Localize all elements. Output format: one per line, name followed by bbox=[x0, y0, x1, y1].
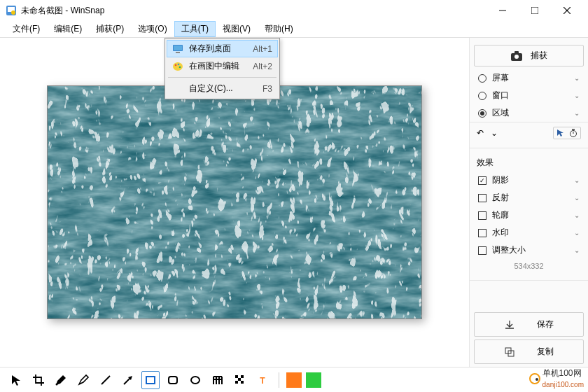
blank-icon bbox=[172, 83, 183, 94]
svg-rect-28 bbox=[146, 377, 155, 384]
effects-title: 效果 bbox=[470, 153, 588, 172]
capture-opt-window[interactable]: 窗口⌄ bbox=[470, 87, 588, 104]
chevron-down-icon: ⌄ bbox=[574, 74, 580, 82]
capture-mini-toolbar: ↶ ⌄ bbox=[470, 122, 588, 144]
tool-blur[interactable] bbox=[209, 371, 227, 389]
chevron-down-icon: ⌄ bbox=[574, 211, 580, 219]
svg-rect-29 bbox=[169, 377, 177, 384]
tool-pixelate[interactable] bbox=[231, 371, 249, 389]
capture-opt-region[interactable]: 区域⌄ bbox=[470, 104, 588, 122]
menu-capture[interactable]: 捕获(P) bbox=[89, 21, 131, 37]
tool-highlighter[interactable] bbox=[74, 371, 92, 389]
menu-tools[interactable]: 工具(T) bbox=[174, 21, 216, 37]
effects-section: 效果 阴影⌄ 反射⌄ 轮廓⌄ 水印⌄ 调整大小⌄ 534x332 bbox=[470, 148, 588, 281]
menu-view[interactable]: 视图(V) bbox=[216, 21, 258, 37]
download-icon bbox=[505, 320, 514, 330]
screenshot-image bbox=[48, 86, 421, 318]
opt-label: 轮廓 bbox=[492, 209, 574, 221]
bottom-actions: 保存 复制 bbox=[470, 309, 588, 367]
minimize-button[interactable] bbox=[493, 4, 512, 18]
copy-label: 复制 bbox=[537, 346, 554, 358]
save-label: 保存 bbox=[537, 318, 554, 330]
color-swatch-secondary[interactable] bbox=[306, 372, 321, 388]
color-swatch-primary[interactable] bbox=[286, 372, 302, 388]
dropdown-item-label: 自定义(C)... bbox=[189, 83, 254, 94]
tool-line[interactable] bbox=[97, 371, 115, 389]
window-controls bbox=[493, 4, 582, 18]
menu-help[interactable]: 帮助(H) bbox=[258, 21, 300, 37]
capture-button[interactable]: 捕获 bbox=[474, 45, 584, 66]
effect-resize[interactable]: 调整大小⌄ bbox=[470, 241, 588, 259]
capture-section: 捕获 屏幕⌄ 窗口⌄ 区域⌄ ↶ ⌄ bbox=[470, 38, 588, 148]
panel-spacer bbox=[470, 281, 588, 309]
checkbox-icon bbox=[478, 176, 486, 185]
effect-outline[interactable]: 轮廓⌄ bbox=[470, 206, 588, 224]
menu-file[interactable]: 文件(F) bbox=[6, 21, 47, 37]
dropdown-item-shortcut: F3 bbox=[262, 84, 272, 94]
effect-reflection[interactable]: 反射⌄ bbox=[470, 189, 588, 206]
radio-icon bbox=[478, 74, 486, 83]
toolbar-separator bbox=[279, 372, 279, 388]
capture-opt-screen[interactable]: 屏幕⌄ bbox=[470, 69, 588, 87]
opt-label: 水印 bbox=[492, 227, 574, 239]
chevron-down-icon: ⌄ bbox=[574, 229, 580, 237]
tool-rect[interactable] bbox=[141, 371, 160, 389]
radio-icon bbox=[478, 92, 486, 100]
opt-label: 阴影 bbox=[492, 174, 574, 186]
opt-label: 反射 bbox=[492, 192, 574, 204]
effect-shadow[interactable]: 阴影⌄ bbox=[470, 172, 588, 189]
dropdown-edit-paint[interactable]: 在画图中编辑 Alt+2 bbox=[167, 57, 278, 75]
tool-pointer[interactable] bbox=[7, 371, 25, 389]
palette-icon bbox=[172, 61, 183, 72]
svg-rect-37 bbox=[235, 375, 238, 378]
tool-pen[interactable] bbox=[52, 371, 70, 389]
tool-ellipse[interactable] bbox=[186, 371, 204, 389]
chevron-down-icon: ⌄ bbox=[574, 109, 580, 117]
timer-icon[interactable] bbox=[569, 129, 578, 137]
save-button[interactable]: 保存 bbox=[474, 312, 584, 337]
menu-options[interactable]: 选项(O) bbox=[131, 21, 174, 37]
svg-point-30 bbox=[191, 377, 200, 384]
canvas-frame[interactable] bbox=[47, 85, 422, 319]
svg-rect-8 bbox=[174, 46, 182, 50]
menu-edit[interactable]: 编辑(E) bbox=[47, 21, 89, 37]
chevron-down-icon[interactable]: ⌄ bbox=[491, 128, 498, 138]
watermark-site: 单机100网 bbox=[542, 368, 582, 378]
svg-text:T: T bbox=[260, 376, 265, 386]
tool-arrow[interactable] bbox=[119, 371, 137, 389]
svg-line-26 bbox=[102, 376, 110, 384]
workspace: 捕获 屏幕⌄ 窗口⌄ 区域⌄ ↶ ⌄ 效果 阴影⌄ 反射⌄ 轮廓⌄ 水印⌄ bbox=[0, 38, 588, 367]
tool-text[interactable]: T bbox=[253, 371, 272, 389]
checkbox-icon bbox=[478, 211, 486, 220]
maximize-button[interactable] bbox=[525, 4, 545, 18]
radio-icon bbox=[478, 109, 486, 118]
checkbox-icon bbox=[478, 246, 486, 255]
opt-label: 窗口 bbox=[492, 90, 574, 102]
pointer-icon[interactable] bbox=[556, 129, 565, 137]
effect-watermark[interactable]: 水印⌄ bbox=[470, 224, 588, 241]
svg-rect-38 bbox=[241, 375, 244, 378]
watermark-domain: danji100.com bbox=[542, 381, 584, 388]
side-panel: 捕获 屏幕⌄ 窗口⌄ 区域⌄ ↶ ⌄ 效果 阴影⌄ 反射⌄ 轮廓⌄ 水印⌄ bbox=[469, 38, 588, 367]
dropdown-save-desktop[interactable]: 保存到桌面 Alt+1 bbox=[167, 40, 278, 57]
tool-rounded-rect[interactable] bbox=[164, 371, 182, 389]
chevron-down-icon: ⌄ bbox=[574, 176, 580, 184]
watermark: 单机100网 danji100.com bbox=[529, 368, 584, 389]
bottom-toolbar: T bbox=[0, 367, 588, 392]
dropdown-custom[interactable]: 自定义(C)... F3 bbox=[167, 80, 278, 97]
svg-rect-41 bbox=[241, 381, 244, 384]
opt-label: 屏幕 bbox=[492, 72, 574, 84]
capture-label: 捕获 bbox=[531, 50, 547, 62]
undo-icon[interactable]: ↶ bbox=[477, 128, 484, 138]
copy-icon bbox=[505, 347, 514, 357]
dropdown-item-label: 保存到桌面 bbox=[189, 43, 244, 55]
dropdown-item-label: 在画图中编辑 bbox=[189, 60, 244, 72]
svg-point-10 bbox=[173, 62, 183, 71]
chevron-down-icon: ⌄ bbox=[574, 92, 580, 99]
menubar: 文件(F) 编辑(E) 捕获(P) 选项(O) 工具(T) 视图(V) 帮助(H… bbox=[0, 21, 588, 38]
tool-crop[interactable] bbox=[29, 371, 48, 389]
close-button[interactable] bbox=[557, 4, 577, 18]
svg-point-25 bbox=[56, 383, 58, 385]
copy-button[interactable]: 复制 bbox=[474, 340, 584, 364]
svg-point-13 bbox=[179, 66, 181, 68]
